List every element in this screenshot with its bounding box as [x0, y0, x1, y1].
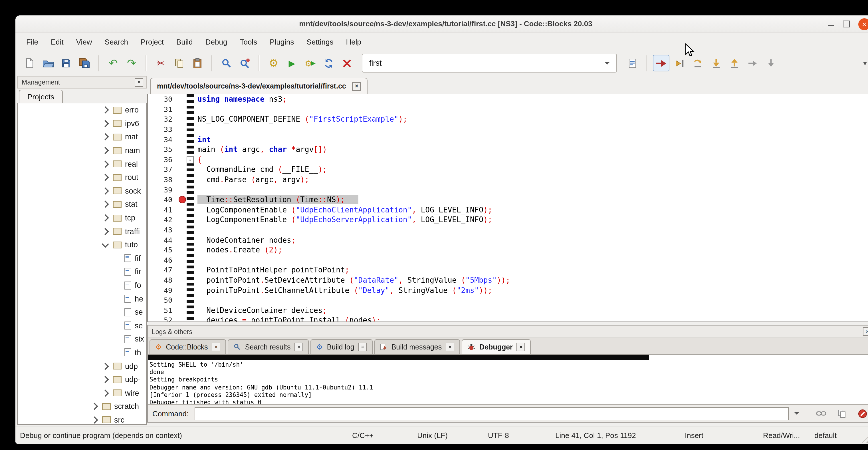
line-number[interactable]: 30: [148, 95, 178, 103]
breakpoint-margin[interactable]: [178, 275, 187, 285]
line-number[interactable]: 34: [148, 135, 178, 144]
collapse-icon[interactable]: [101, 240, 109, 247]
fold-margin[interactable]: [187, 245, 196, 255]
tree-item[interactable]: fo: [18, 278, 146, 292]
breakpoint-margin[interactable]: [178, 134, 187, 145]
line-number[interactable]: 46: [148, 256, 178, 264]
code-editor[interactable]: 30using namespace ns3;3132NS_LOG_COMPONE…: [147, 94, 868, 322]
breakpoint-margin[interactable]: [178, 225, 187, 235]
step-into-instruction-button[interactable]: [763, 55, 779, 71]
tree-item[interactable]: sock: [18, 184, 146, 198]
save-file-button[interactable]: [58, 55, 74, 71]
minimize-button[interactable]: [828, 20, 834, 28]
code-line-51[interactable]: 51 NetDeviceContainer devices;: [148, 305, 868, 315]
cut-button[interactable]: ✂: [152, 55, 169, 71]
fold-margin[interactable]: [187, 305, 196, 315]
expand-icon[interactable]: [101, 133, 109, 141]
tab-close-icon[interactable]: [294, 342, 303, 351]
breakpoint-margin[interactable]: [178, 215, 187, 225]
line-number[interactable]: 33: [148, 125, 178, 133]
code-line-41[interactable]: 41 LogComponentEnable ("UdpEchoClientApp…: [148, 205, 868, 215]
expand-icon[interactable]: [91, 416, 98, 423]
step-out-button[interactable]: [726, 55, 742, 71]
breakpoint-margin[interactable]: [178, 305, 187, 315]
code-line-31[interactable]: 31: [148, 104, 868, 114]
tree-item[interactable]: ipv6: [18, 117, 146, 130]
expand-icon[interactable]: [101, 201, 109, 208]
menu-tools[interactable]: Tools: [234, 34, 264, 49]
menu-search[interactable]: Search: [98, 34, 134, 49]
fold-margin[interactable]: [187, 215, 196, 225]
tree-item[interactable]: traffi: [18, 225, 146, 238]
fold-margin[interactable]: [187, 185, 196, 195]
code-line-47[interactable]: 47 PointToPointHelper pointToPoint;: [148, 265, 868, 275]
tree-item[interactable]: wire: [18, 386, 146, 400]
stop-debugger-button[interactable]: [856, 407, 868, 420]
tab-projects[interactable]: Projects: [19, 90, 63, 103]
breakpoint-margin[interactable]: [178, 154, 187, 164]
line-number[interactable]: 35: [148, 145, 178, 154]
menu-project[interactable]: Project: [134, 34, 170, 49]
logs-close-icon[interactable]: [863, 327, 868, 336]
link-button[interactable]: [814, 407, 828, 420]
logs-tab-build-log[interactable]: ⚙Build log: [310, 339, 372, 354]
tree-item[interactable]: mat: [18, 130, 146, 144]
fold-margin[interactable]: [187, 255, 196, 265]
code-line-52[interactable]: 52 devices = pointToPoint.Install (nodes…: [148, 315, 868, 322]
breakpoint-icon[interactable]: [178, 196, 186, 203]
fold-margin[interactable]: [187, 195, 196, 205]
tree-item[interactable]: nam: [18, 144, 146, 157]
log-selected-line[interactable]: [148, 355, 649, 360]
breakpoint-margin[interactable]: [178, 124, 187, 134]
tab-close-icon[interactable]: [517, 342, 525, 351]
expand-icon[interactable]: [101, 160, 109, 168]
fold-margin[interactable]: [187, 295, 196, 305]
code-line-32[interactable]: 32NS_LOG_COMPONENT_DEFINE ("FirstScriptE…: [148, 114, 868, 124]
save-all-button[interactable]: [76, 55, 92, 71]
expand-icon[interactable]: [101, 107, 109, 114]
code-line-30[interactable]: 30using namespace ns3;: [148, 94, 868, 104]
tree-item[interactable]: udp: [18, 359, 146, 373]
fold-margin[interactable]: [187, 315, 196, 322]
line-number[interactable]: 38: [148, 175, 178, 184]
run-to-cursor-button[interactable]: [671, 55, 688, 71]
line-number[interactable]: 40: [148, 195, 178, 204]
menu-edit[interactable]: Edit: [44, 34, 70, 49]
code-line-35[interactable]: 35main (int argc, char *argv[]): [148, 145, 868, 154]
project-tree[interactable]: erroipv6matnamrealroutsockstattcptraffit…: [17, 103, 147, 425]
breakpoint-margin[interactable]: [178, 295, 187, 305]
line-number[interactable]: 39: [148, 185, 178, 194]
expand-icon[interactable]: [101, 228, 109, 235]
fold-collapse-icon[interactable]: -: [187, 156, 194, 163]
new-file-button[interactable]: [21, 55, 38, 71]
menu-debug[interactable]: Debug: [199, 34, 234, 49]
breakpoint-margin[interactable]: [178, 175, 187, 185]
incremental-search-button[interactable]: [624, 55, 640, 71]
code-line-37[interactable]: 37 CommandLine cmd (__FILE__);: [148, 164, 868, 175]
logs-tab-search-results[interactable]: Search results: [228, 339, 309, 354]
tree-item[interactable]: udp-: [18, 373, 146, 386]
run-button[interactable]: ▶: [284, 55, 300, 71]
line-number[interactable]: 50: [148, 296, 178, 304]
line-number[interactable]: 44: [148, 236, 178, 244]
line-number[interactable]: 43: [148, 226, 178, 234]
next-instruction-button[interactable]: [744, 55, 761, 71]
logs-tab-debugger[interactable]: Debugger: [462, 339, 531, 354]
breakpoint-margin[interactable]: [178, 245, 187, 255]
expand-icon[interactable]: [101, 362, 109, 369]
breakpoint-margin[interactable]: [178, 285, 187, 295]
tree-item[interactable]: erro: [18, 103, 146, 117]
line-number[interactable]: 48: [148, 276, 178, 284]
fold-margin[interactable]: -: [187, 154, 196, 164]
fold-margin[interactable]: [187, 225, 196, 235]
fold-margin[interactable]: [187, 164, 196, 175]
redo-button[interactable]: ↷: [123, 55, 140, 71]
build-button[interactable]: ⚙: [266, 55, 282, 71]
fold-margin[interactable]: [187, 235, 196, 245]
breakpoint-margin[interactable]: [178, 94, 187, 104]
code-line-36[interactable]: 36-{: [148, 154, 868, 164]
expand-icon[interactable]: [101, 147, 109, 154]
fold-margin[interactable]: [187, 114, 196, 124]
paste-button[interactable]: [189, 55, 206, 71]
code-line-39[interactable]: 39: [148, 185, 868, 195]
